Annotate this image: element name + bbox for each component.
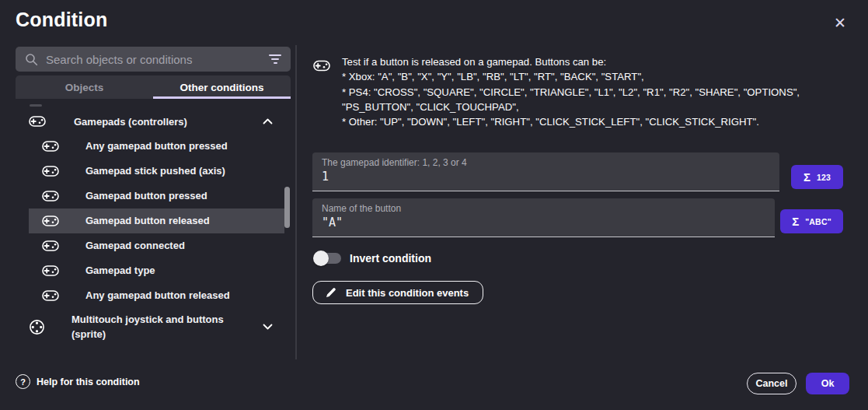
clipped-row-fragment [30,104,42,107]
description-line: * Xbox: "A", "B", "X", "Y", "LB", "RB", … [342,69,800,84]
gamepad-identifier-input[interactable] [322,170,770,184]
sidebar-item-label: Gamepad connected [85,240,185,252]
search-box [16,47,291,72]
invert-condition-label: Invert condition [350,252,431,265]
sidebar-item-label: Any gamepad button released [85,289,230,302]
expression-builder-number-button[interactable]: Σ 123 [791,165,843,189]
sidebar-item-gamepad-connected[interactable]: Gamepad connected [29,233,284,258]
edit-condition-events-button[interactable]: Edit this condition events [312,281,483,304]
sidebar-item-gamepad-type[interactable]: Gamepad type [29,258,284,283]
sidebar-scrollbar[interactable] [284,187,290,228]
multitouch-joystick-icon [29,319,45,335]
sidebar-item-gamepad-button-pressed[interactable]: Gamepad button pressed [29,184,284,209]
edit-condition-events-label: Edit this condition events [346,287,469,299]
description-line: * Other: "UP", "DOWN", "LEFT", "RIGHT", … [342,114,800,129]
cancel-button[interactable]: Cancel [747,373,797,394]
gamepad-icon [42,141,59,152]
field-label: The gamepad identifier: 1, 2, 3 or 4 [322,157,467,168]
sidebar-item-label: Gamepad stick pushed (axis) [85,165,225,177]
close-icon[interactable]: ✕ [828,11,852,34]
sidebar-group-label: Multitouch joystick and buttons (sprite) [71,312,256,342]
tab-other-conditions[interactable]: Other conditions [153,75,291,99]
sidebar-item-label: Gamepad button released [85,215,210,227]
tab-objects[interactable]: Objects [16,75,153,99]
search-input[interactable] [38,53,269,66]
gamepad-icon [42,265,59,276]
sidebar-item-any-gamepad-button-pressed[interactable]: Any gamepad button pressed [29,134,284,159]
active-tab-underline [153,96,291,99]
sidebar-item-gamepad-stick-pushed[interactable]: Gamepad stick pushed (axis) [29,159,284,184]
gamepad-icon [42,216,59,226]
search-icon [25,53,38,66]
button-name-field: Name of the button [312,198,775,237]
sidebar-item-label: Gamepad type [85,265,155,277]
sidebar-item-gamepad-button-released[interactable]: Gamepad button released [29,209,284,233]
expression-builder-string-button[interactable]: Σ "ABC" [780,209,843,233]
pencil-icon [326,287,336,298]
sidebar-item-any-gamepad-button-released[interactable]: Any gamepad button released [29,283,284,308]
field-label: Name of the button [322,203,401,214]
help-link[interactable]: ? Help for this condition [16,374,140,389]
expression-type-label: 123 [817,173,831,182]
button-name-input[interactable] [322,216,765,230]
gamepad-icon [42,290,59,301]
gamepad-icon [42,240,59,251]
gamepad-icon [42,191,59,201]
description-line: Test if a button is released on a gamepa… [342,54,800,69]
gamepad-identifier-field: The gamepad identifier: 1, 2, 3 or 4 [312,152,779,191]
ok-button[interactable]: Ok [806,373,849,394]
sigma-icon: Σ [792,215,799,228]
description-line: "PS_BUTTON", "CLICK_TOUCHPAD", [342,100,800,114]
sidebar-group-gamepads[interactable]: Gamepads (controllers) [16,109,284,134]
help-label: Help for this condition [37,377,140,387]
page-title: Condition [16,9,107,31]
expression-type-label: "ABC" [805,217,831,226]
gamepad-icon [42,166,59,177]
sidebar-group-multitouch[interactable]: Multitouch joystick and buttons (sprite) [16,308,284,345]
sidebar-group-label: Gamepads (controllers) [74,114,187,129]
sigma-icon: Σ [804,170,810,184]
panel-divider [295,45,297,359]
condition-description: Test if a button is released on a gamepa… [342,54,800,129]
gamepad-icon [29,116,46,127]
chevron-down-icon [263,324,273,330]
help-icon: ? [16,374,30,389]
filter-icon[interactable] [269,54,281,64]
tab-bar: Objects Other conditions [16,75,291,99]
description-line: * PS4: "CROSS", "SQUARE", "CIRCLE", "TRI… [342,85,800,100]
sidebar-item-label: Any gamepad button pressed [85,140,228,152]
chevron-up-icon [263,118,273,124]
toggle-knob [313,251,329,266]
sidebar-item-label: Gamepad button pressed [85,190,207,202]
gamepad-icon [313,60,330,75]
invert-condition-toggle[interactable] [313,251,343,266]
